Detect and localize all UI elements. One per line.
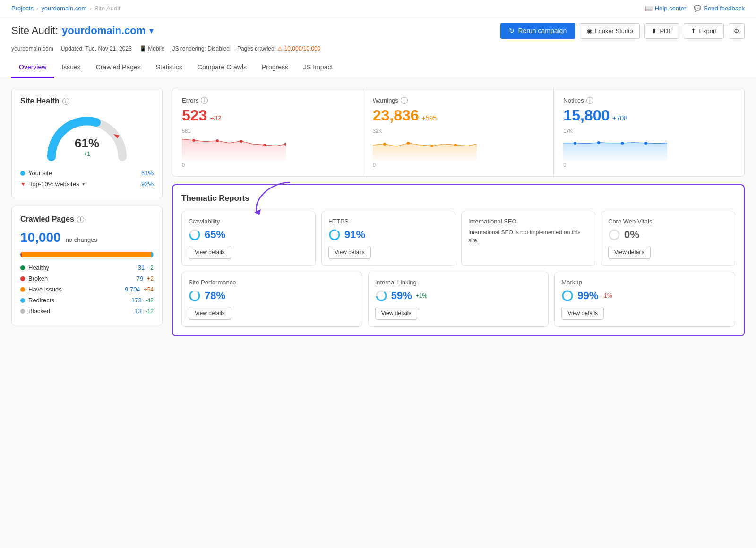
header: Site Audit: yourdomain.com ▾ ↻ Rerun cam… <box>0 17 756 58</box>
crawled-pages-title: Crawled Pages i <box>20 215 154 223</box>
meta-row: yourdomain.com Updated: Tue, Nov 21, 202… <box>11 43 745 58</box>
looker-studio-button[interactable]: ◉ Looker Studio <box>580 23 640 39</box>
svg-point-1 <box>192 139 195 142</box>
warnings-change: +595 <box>422 114 437 122</box>
markup-change: -1% <box>602 292 612 299</box>
svg-point-3 <box>240 140 242 143</box>
top10-dropdown[interactable]: ▾ <box>82 181 85 187</box>
svg-point-8 <box>430 145 433 147</box>
tab-crawled-pages[interactable]: Crawled Pages <box>88 58 148 78</box>
svg-point-25 <box>563 291 572 300</box>
warnings-value: 23,836 <box>373 107 419 124</box>
svg-point-21 <box>190 291 199 300</box>
tab-statistics[interactable]: Statistics <box>148 58 190 78</box>
notices-info-icon[interactable]: i <box>586 97 593 104</box>
cwv-view-details-button[interactable]: View details <box>608 246 651 259</box>
blocked-dot <box>20 309 25 314</box>
metric-errors: Errors i 523 +32 581 <box>172 88 363 176</box>
notices-sparkline-svg <box>563 135 667 161</box>
tab-js-impact[interactable]: JS Impact <box>296 58 340 78</box>
gauge-container: 61% +1 <box>20 112 154 159</box>
legend-redirects: Redirects 173 -42 <box>20 295 154 306</box>
metric-warnings: Warnings i 23,836 +595 32K <box>363 88 554 176</box>
warnings-info-icon[interactable]: i <box>401 97 408 104</box>
perf-view-details-button[interactable]: View details <box>189 307 231 320</box>
tab-issues[interactable]: Issues <box>54 58 88 78</box>
crawlability-view-details-button[interactable]: View details <box>189 246 231 259</box>
https-circle-icon <box>328 229 341 241</box>
legend-blocked: Blocked 13 -12 <box>20 306 154 317</box>
breadcrumb-domain[interactable]: yourdomain.com <box>41 5 86 12</box>
metric-errors-label: Errors i <box>182 97 353 104</box>
crawled-pages-info-icon[interactable]: i <box>77 216 84 223</box>
svg-point-19 <box>610 230 619 240</box>
book-icon: 📖 <box>645 5 653 12</box>
linking-change: +1% <box>416 292 427 299</box>
https-view-details-button[interactable]: View details <box>328 246 371 259</box>
report-linking-score: 59% +1% <box>375 290 542 302</box>
redirects-dot <box>20 298 25 303</box>
metric-notices: Notices i 15,800 +708 17K <box>554 88 744 176</box>
crawled-count-row: 10,000 no changes <box>20 230 154 245</box>
tab-progress[interactable]: Progress <box>254 58 296 78</box>
report-cwv-score: 0% <box>608 229 728 241</box>
svg-point-9 <box>454 144 457 146</box>
tab-overview[interactable]: Overview <box>11 58 54 78</box>
domain-dropdown-arrow[interactable]: ▾ <box>149 26 154 36</box>
linking-view-details-button[interactable]: View details <box>375 307 418 320</box>
perf-circle-icon <box>189 290 201 302</box>
domain-title: yourdomain.com <box>62 25 146 37</box>
svg-point-13 <box>644 142 647 145</box>
issues-dot <box>20 287 25 292</box>
report-crawlability-name: Crawlability <box>189 218 309 225</box>
looker-icon: ◉ <box>587 27 592 34</box>
report-core-web-vitals: Core Web Vitals 0% View details <box>601 211 735 266</box>
report-cwv-name: Core Web Vitals <box>608 218 728 225</box>
pb-issues <box>22 252 151 257</box>
legend-healthy: Healthy 31 -2 <box>20 262 154 273</box>
top10-marker: ▼ <box>20 181 26 188</box>
rerun-icon: ↻ <box>509 27 515 34</box>
report-internal-linking: Internal Linking 59% +1% View details <box>368 272 549 327</box>
main-content: Site Health i 61% + <box>0 78 756 346</box>
errors-sparkline: 581 <box>182 128 353 168</box>
report-https: HTTPS 91% View details <box>321 211 455 266</box>
crawled-change: no changes <box>66 236 97 243</box>
svg-point-11 <box>597 141 600 144</box>
crawled-legend: Healthy 31 -2 Broken 79 +2 <box>20 262 154 317</box>
report-https-score: 91% <box>328 229 448 241</box>
gauge-change: +1 <box>75 151 99 157</box>
meta-device: 📱 Mobile <box>139 45 165 52</box>
help-center-link[interactable]: 📖 Help center <box>645 5 686 12</box>
gauge-label: 61% +1 <box>75 136 99 157</box>
svg-point-4 <box>263 144 266 146</box>
legend-row-top10: ▼ Top-10% websites ▾ 92% <box>20 179 154 189</box>
errors-info-icon[interactable]: i <box>201 97 208 104</box>
reports-top-grid: Crawlability 65% View details HTTPS <box>181 211 735 266</box>
thematic-reports-title: Thematic Reports <box>181 194 735 203</box>
tab-compare-crawls[interactable]: Compare Crawls <box>190 58 254 78</box>
top-actions: 📖 Help center 💬 Send feedback <box>645 5 745 12</box>
svg-point-18 <box>330 230 339 240</box>
send-feedback-link[interactable]: 💬 Send feedback <box>694 5 745 12</box>
report-https-name: HTTPS <box>328 218 448 225</box>
breadcrumb-current: Site Audit <box>94 5 120 12</box>
legend-rows: Your site 61% ▼ Top-10% websites ▾ 92% <box>20 168 154 189</box>
header-buttons: ↻ Rerun campaign ◉ Looker Studio ⬆ PDF ⬆… <box>500 23 745 39</box>
rerun-campaign-button[interactable]: ↻ Rerun campaign <box>500 23 575 39</box>
errors-value: 523 <box>182 107 207 124</box>
warnings-sparkline-svg <box>373 135 477 161</box>
warnings-value-row: 23,836 +595 <box>373 107 544 124</box>
report-markup-score: 99% -1% <box>561 290 728 302</box>
breadcrumb-projects[interactable]: Projects <box>11 5 34 12</box>
pdf-button[interactable]: ⬆ PDF <box>644 23 679 39</box>
left-column: Site Health i 61% + <box>11 88 163 336</box>
metric-warnings-label: Warnings i <box>373 97 544 104</box>
page-title: Site Audit: yourdomain.com ▾ <box>11 25 154 37</box>
markup-view-details-button[interactable]: View details <box>561 307 604 320</box>
site-health-info-icon[interactable]: i <box>62 98 69 105</box>
top-bar: Projects › yourdomain.com › Site Audit 📖… <box>0 0 756 17</box>
report-linking-name: Internal Linking <box>375 279 542 286</box>
settings-button[interactable]: ⚙ <box>729 23 745 39</box>
export-button[interactable]: ⬆ Export <box>684 23 724 39</box>
